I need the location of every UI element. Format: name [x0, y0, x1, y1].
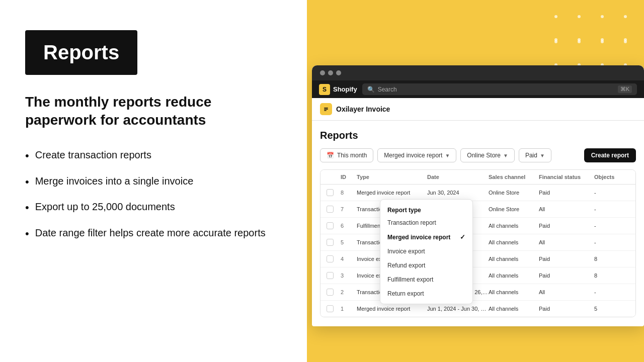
- app-header: Oxilayer Invoice: [312, 98, 644, 121]
- feature-list: Create transaction reports Merge invoice…: [25, 148, 282, 242]
- row-id-8: 8: [341, 190, 357, 196]
- dropdown-item-label-1: Merged invoice report: [387, 234, 450, 241]
- dropdown-item-0[interactable]: Transaction report: [380, 216, 472, 230]
- row-date-1: Jun 1, 2024 - Jun 30, 2024: [427, 306, 489, 312]
- reports-badge: Reports: [25, 30, 137, 75]
- search-icon: 🔍: [367, 86, 375, 93]
- row-objects-7: -: [594, 206, 629, 212]
- shopify-label: Shopify: [333, 85, 357, 93]
- row-channel-6: All channels: [489, 223, 539, 229]
- row-checkbox-3[interactable]: [327, 272, 334, 279]
- traffic-dot-3: [336, 70, 341, 75]
- browser-window: S Shopify 🔍 Search ⌘K Oxilayer Invoice: [312, 65, 644, 326]
- table-row: 8 Merged invoice report Jun 30, 2024 Onl…: [320, 185, 635, 201]
- bullet-4: Date range filter helps create more accu…: [25, 226, 282, 242]
- store-filter-label: Online Store: [467, 152, 501, 159]
- row-channel-4: All channels: [489, 256, 539, 262]
- dropdown-item-4[interactable]: Fulfillment export: [380, 273, 472, 287]
- dropdown-item-2[interactable]: Invoice export: [380, 244, 472, 258]
- report-type-dropdown[interactable]: Report type Transaction report Merged in…: [380, 199, 473, 304]
- row-status-8: Paid: [539, 190, 594, 196]
- date-filter-label: This month: [337, 152, 367, 159]
- row-channel-8: Online Store: [489, 190, 539, 196]
- search-shortcut: ⌘K: [618, 85, 632, 93]
- row-channel-3: All channels: [489, 273, 539, 279]
- traffic-dot-1: [320, 70, 325, 75]
- left-panel: Reports The monthly reports reduce paper…: [0, 0, 307, 362]
- report-type-filter-button[interactable]: Merged invoice report ▼: [377, 148, 456, 162]
- dropdown-item-5[interactable]: Return export: [380, 287, 472, 301]
- row-type-8: Merged invoice report: [357, 190, 427, 196]
- svg-rect-1: [324, 108, 328, 109]
- row-id-2: 2: [341, 289, 357, 295]
- row-channel-5: All channels: [489, 239, 539, 245]
- row-checkbox-1[interactable]: [327, 305, 334, 312]
- row-status-6: Paid: [539, 223, 594, 229]
- row-id-5: 5: [341, 239, 357, 245]
- checkmark-icon: ✓: [460, 233, 465, 241]
- row-id-1: 1: [341, 306, 357, 312]
- store-filter-button[interactable]: Online Store ▼: [460, 148, 515, 162]
- th-date: Date: [427, 174, 489, 180]
- svg-rect-2: [324, 109, 328, 110]
- row-id-7: 7: [341, 206, 357, 212]
- row-id-4: 4: [341, 256, 357, 262]
- reports-page: Reports 📅 This month Merged invoice repo…: [312, 121, 644, 326]
- row-objects-3: 8: [594, 273, 629, 279]
- row-checkbox-4[interactable]: [327, 255, 334, 262]
- table-row: 6 Fulfillment export Jun 30, 2024 All ch…: [320, 218, 635, 234]
- row-type-1: Merged invoice report: [357, 306, 427, 312]
- dropdown-item-3[interactable]: Refund export: [380, 258, 472, 273]
- row-objects-5: -: [594, 239, 629, 245]
- row-checkbox-5[interactable]: [327, 239, 334, 246]
- right-panel: S Shopify 🔍 Search ⌘K Oxilayer Invoice: [307, 0, 644, 362]
- chevron-down-icon-3: ▼: [540, 153, 545, 158]
- dropdown-item-1[interactable]: Merged invoice report ✓: [380, 230, 472, 244]
- row-objects-4: 8: [594, 256, 629, 262]
- row-channel-1: All channels: [489, 306, 539, 312]
- calendar-icon: 📅: [327, 152, 334, 159]
- shopify-icon: S: [319, 84, 330, 95]
- search-bar[interactable]: 🔍 Search ⌘K: [362, 83, 637, 95]
- row-objects-1: 5: [594, 306, 629, 312]
- dropdown-header: Report type: [380, 203, 472, 216]
- reports-table: Report type Transaction report Merged in…: [320, 169, 636, 317]
- svg-rect-3: [324, 110, 327, 111]
- row-status-3: Paid: [539, 273, 594, 279]
- row-checkbox-2[interactable]: [327, 289, 334, 296]
- create-report-button[interactable]: Create report: [584, 148, 636, 162]
- row-status-7: All: [539, 206, 594, 212]
- filter-bar: 📅 This month Merged invoice report ▼ Onl…: [320, 148, 636, 162]
- bullet-1: Create transaction reports: [25, 148, 282, 164]
- bullet-3: Export up to 25,000 documents: [25, 200, 282, 216]
- bullet-2: Merge invoices into a single invoice: [25, 174, 282, 190]
- app-title: Oxilayer Invoice: [336, 105, 390, 113]
- date-filter-button[interactable]: 📅 This month: [320, 148, 373, 162]
- row-checkbox-7[interactable]: [327, 206, 334, 213]
- row-id-3: 3: [341, 273, 357, 279]
- browser-titlebar: [312, 65, 644, 80]
- table-row: 4 Invoice export Jun 30, 2024 All channe…: [320, 251, 635, 267]
- row-channel-7: Online Store: [489, 206, 539, 212]
- dropdown-item-label-4: Fulfillment export: [387, 276, 433, 283]
- dropdown-item-label-5: Return export: [387, 290, 424, 297]
- th-type: Type: [357, 174, 427, 180]
- row-status-2: All: [539, 289, 594, 295]
- row-channel-2: All channels: [489, 289, 539, 295]
- row-id-6: 6: [341, 223, 357, 229]
- table-row: 1 Merged invoice report Jun 1, 2024 - Ju…: [320, 301, 635, 317]
- row-status-1: Paid: [539, 306, 594, 312]
- tagline: The monthly reports reduce paperwork for…: [25, 93, 282, 130]
- row-checkbox-8[interactable]: [327, 189, 334, 196]
- table-row: 2 Transaction report Jun 26, 2024 - Jun …: [320, 284, 635, 301]
- row-objects-6: -: [594, 223, 629, 229]
- row-status-5: All: [539, 239, 594, 245]
- row-date-8: Jun 30, 2024: [427, 190, 489, 196]
- status-filter-button[interactable]: Paid ▼: [519, 148, 551, 162]
- shopify-navbar: S Shopify 🔍 Search ⌘K: [312, 80, 644, 98]
- row-status-4: Paid: [539, 256, 594, 262]
- traffic-dot-2: [328, 70, 333, 75]
- search-placeholder: Search: [378, 86, 397, 93]
- dropdown-item-label-0: Transaction report: [387, 219, 436, 226]
- row-checkbox-6[interactable]: [327, 222, 334, 229]
